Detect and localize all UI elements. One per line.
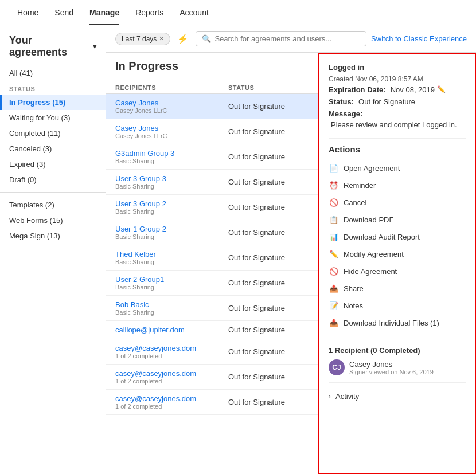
row-status: Out for Signature [228, 203, 309, 211]
row-status: Out for Signature [228, 127, 309, 136]
sidebar-item-draft[interactable]: Draft (0) [0, 172, 106, 187]
row-info: User 1 Group 2 Basic Sharing [115, 225, 228, 240]
download-files-icon: 📥 [329, 318, 339, 328]
filter-chip-last7days[interactable]: Last 7 days ✕ [115, 33, 170, 45]
list-row[interactable]: G3admin Group 3 Basic Sharing Out for Si… [106, 144, 318, 170]
row-sub: 1 of 2 completed [115, 403, 228, 410]
row-info: Casey Jones Casey Jones LLrC [115, 124, 228, 139]
sidebar-item-waitingforyou[interactable]: Waiting for You (3) [0, 110, 106, 126]
modify-icon: ✏️ [329, 249, 339, 259]
edit-expiration-icon[interactable]: ✏️ [437, 85, 446, 93]
row-status: Out for Signature [228, 102, 309, 111]
row-info: Thed Kelber Basic Sharing [115, 250, 228, 265]
message-label: Message: [329, 109, 362, 118]
list-row[interactable]: User 2 Group1 Basic Sharing Out for Sign… [106, 271, 318, 296]
row-status: Out for Signature [228, 398, 309, 406]
sidebar-item-inprogress[interactable]: In Progress (15) [0, 95, 106, 110]
status-value: Out for Signature [358, 97, 415, 106]
action-label: Notes [344, 301, 363, 310]
expiration-label: Expiration Date: [329, 85, 386, 94]
sidebar-title[interactable]: Your agreements ▾ [0, 34, 106, 65]
nav-send[interactable]: Send [46, 0, 81, 25]
filter-chip-close-icon[interactable]: ✕ [159, 35, 164, 42]
notes-icon: 📝 [329, 300, 339, 311]
action-label: Open Agreement [344, 164, 400, 173]
right-panel: Logged in Created Nov 06, 2019 8:57 AM E… [318, 53, 476, 474]
sidebar-item-webforms[interactable]: Web Forms (15) [0, 213, 106, 228]
list-row[interactable]: User 3 Group 3 Basic Sharing Out for Sig… [106, 170, 318, 195]
row-status: Out for Signature [228, 253, 309, 262]
row-status: Out for Signature [228, 326, 309, 334]
search-icon: 🔍 [202, 34, 211, 43]
nav-manage[interactable]: Manage [81, 0, 127, 25]
row-name: User 2 Group1 [115, 275, 228, 284]
share-icon: 📤 [329, 283, 339, 293]
row-name: casey@caseyjones.dom [115, 344, 228, 352]
row-sub: Basic Sharing [115, 233, 228, 240]
filter-icon[interactable]: ⚡ [177, 33, 189, 44]
col-headers: RECIPIENTS STATUS [106, 82, 318, 94]
action-label: Modify Agreement [344, 250, 404, 258]
chevron-down-icon: ▾ [93, 42, 96, 50]
list-row[interactable]: casey@caseyjones.dom 1 of 2 completed Ou… [106, 339, 318, 365]
row-name: G3admin Group 3 [115, 149, 228, 158]
row-info: casey@caseyjones.dom 1 of 2 completed [115, 369, 228, 385]
list-row[interactable]: calliope@jupiter.dom Out for Signature [106, 321, 318, 339]
row-sub: Basic Sharing [115, 284, 228, 291]
sidebar-item-canceled[interactable]: Canceled (3) [0, 141, 106, 156]
action-item-notes[interactable]: 📝 Notes [329, 297, 466, 314]
list-row[interactable]: Thed Kelber Basic Sharing Out for Signat… [106, 245, 318, 271]
row-sub: Basic Sharing [115, 208, 228, 215]
recipient-name: Casey Jones [349, 360, 434, 369]
row-name: Thed Kelber [115, 250, 228, 258]
search-box[interactable]: 🔍 [196, 31, 366, 46]
action-item-audit[interactable]: 📊 Download Audit Report [329, 229, 466, 245]
sidebar-item-expired[interactable]: Expired (3) [0, 156, 106, 172]
list-heading: In Progress [115, 60, 309, 73]
action-item-share[interactable]: 📤 Share [329, 280, 466, 296]
nav-home[interactable]: Home [9, 0, 46, 25]
action-label: Hide Agreement [344, 267, 397, 276]
sidebar-item-all[interactable]: All (41) [0, 65, 106, 81]
hide-icon: 🚫 [329, 266, 339, 276]
classic-experience-link[interactable]: Switch to Classic Experience [371, 34, 467, 43]
action-item-download-pdf[interactable]: 📋 Download PDF [329, 211, 466, 228]
action-item-hide[interactable]: 🚫 Hide Agreement [329, 263, 466, 279]
sidebar-item-templates[interactable]: Templates (2) [0, 197, 106, 213]
list-row[interactable]: User 1 Group 2 Basic Sharing Out for Sig… [106, 220, 318, 245]
row-name: User 3 Group 3 [115, 174, 228, 183]
actions-title: Actions [329, 144, 466, 154]
list-row[interactable]: Casey Jones Casey Jones LLrC Out for Sig… [106, 119, 318, 144]
row-status: Out for Signature [228, 178, 309, 186]
logged-in-label: Logged in [329, 63, 364, 72]
search-input[interactable] [214, 34, 360, 43]
list-row[interactable]: User 3 Group 2 Basic Sharing Out for Sig… [106, 195, 318, 220]
row-info: Bob Basic Basic Sharing [115, 300, 228, 316]
row-name: Bob Basic [115, 300, 228, 309]
action-item-download-files[interactable]: 📥 Download Individual Files (1) [329, 315, 466, 331]
list-row[interactable]: casey@caseyjones.dom 1 of 2 completed Ou… [106, 365, 318, 390]
activity-row[interactable]: › Activity [329, 389, 466, 404]
list-row[interactable]: casey@caseyjones.dom 1 of 2 completed Ou… [106, 390, 318, 415]
sidebar: Your agreements ▾ All (41) STATUS In Pro… [0, 25, 106, 474]
recipient-item: CJ Casey Jones Signer viewed on Nov 6, 2… [329, 359, 466, 375]
list-row[interactable]: Casey Jones Casey Jones LLrC Out for Sig… [106, 94, 318, 119]
document-icon: 📄 [329, 163, 339, 173]
nav-reports[interactable]: Reports [127, 0, 171, 25]
list-row[interactable]: Bob Basic Basic Sharing Out for Signatur… [106, 296, 318, 321]
row-name: User 1 Group 2 [115, 225, 228, 233]
action-item-cancel[interactable]: 🚫 Cancel [329, 194, 466, 210]
sidebar-item-megasign[interactable]: Mega Sign (13) [0, 228, 106, 244]
action-item-modify[interactable]: ✏️ Modify Agreement [329, 246, 466, 262]
sidebar-item-completed[interactable]: Completed (11) [0, 126, 106, 141]
action-item-clock[interactable]: ⏰ Reminder [329, 177, 466, 193]
cancel-icon: 🚫 [329, 197, 339, 207]
action-label: Reminder [344, 181, 376, 190]
row-status: Out for Signature [228, 152, 309, 161]
audit-icon: 📊 [329, 232, 339, 242]
nav-account[interactable]: Account [171, 0, 217, 25]
action-label: Cancel [344, 198, 366, 207]
row-status: Out for Signature [228, 279, 309, 287]
action-item-document[interactable]: 📄 Open Agreement [329, 160, 466, 176]
action-label: Download Individual Files (1) [344, 319, 439, 327]
